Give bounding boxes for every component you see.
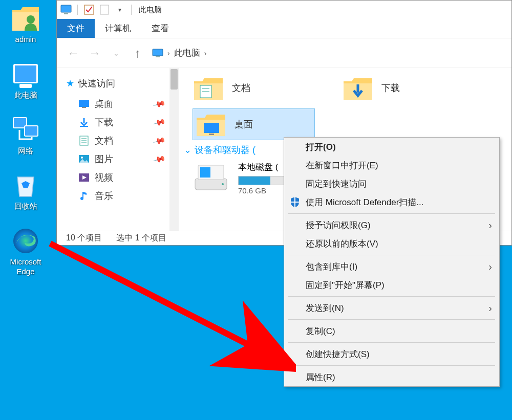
sidebar-item-videos[interactable]: 视频 (78, 168, 169, 187)
svg-rect-10 (79, 100, 89, 107)
titlebar[interactable]: ▾ 此电脑 (57, 1, 511, 19)
qat-checkbox-icon[interactable] (83, 4, 95, 16)
ctx-pin-quick-access[interactable]: 固定到快速访问 (284, 174, 499, 193)
sidebar-item-documents[interactable]: 文档📌 (78, 131, 169, 150)
qat-divider (77, 5, 78, 15)
ctx-separator (288, 296, 495, 297)
tab-file[interactable]: 文件 (57, 19, 95, 38)
documents-small-icon (78, 135, 90, 146)
submenu-arrow-icon: › (488, 219, 492, 231)
folder-documents[interactable]: 文档 (193, 75, 250, 101)
address-bar-row: ← → ⌄ ↑ › 此电脑 › (57, 38, 511, 68)
quick-access-header[interactable]: ★ 快速访问 (66, 77, 169, 90)
downloads-folder-icon (343, 75, 373, 101)
desktop-icon-network[interactable]: 网络 (3, 115, 48, 156)
qat-dropdown-icon[interactable]: ▾ (114, 4, 126, 16)
svg-point-18 (81, 157, 83, 159)
user-folder-icon (10, 3, 41, 33)
window-title: 此电脑 (139, 5, 162, 15)
videos-small-icon (78, 172, 90, 183)
breadcrumb[interactable]: › 此电脑 › (152, 47, 502, 59)
ctx-separator (288, 213, 495, 214)
folder-downloads[interactable]: 下载 (343, 75, 400, 101)
desktop-folder-icon (196, 112, 226, 137)
pin-icon: 📌 (153, 152, 166, 166)
ctx-open-new-window[interactable]: 在新窗口中打开(E) (284, 156, 499, 174)
status-selected-count: 选中 1 个项目 (116, 233, 166, 244)
ctx-separator (288, 342, 495, 343)
nav-back-button[interactable]: ← (66, 46, 80, 60)
qat-divider (131, 5, 132, 15)
scrollbar-track[interactable] (169, 68, 179, 231)
ctx-defender-scan[interactable]: 使用 Microsoft Defender扫描... (284, 193, 499, 211)
defender-icon (288, 195, 302, 209)
thispc-small-icon (60, 4, 72, 16)
desktop-icon-edge[interactable]: Microsoft Edge (3, 226, 48, 277)
nav-up-button[interactable]: ↑ (131, 46, 145, 60)
desktop-icon-label: admin (3, 35, 48, 45)
desktop-icon-label: 此电脑 (3, 91, 48, 100)
ctx-include-library[interactable]: 包含到库中(I)› (284, 257, 499, 276)
svg-point-20 (80, 197, 83, 200)
sidebar-item-desktop[interactable]: 桌面📌 (78, 95, 169, 113)
desktop-icon-label: 回收站 (3, 202, 48, 211)
svg-rect-11 (82, 107, 86, 108)
breadcrumb-item[interactable]: 此电脑 (174, 47, 200, 59)
svg-rect-4 (61, 5, 71, 12)
edge-icon (10, 226, 41, 255)
ctx-grant-access[interactable]: 授予访问权限(G)› (284, 216, 499, 234)
ctx-send-to[interactable]: 发送到(N)› (284, 299, 499, 317)
recycle-bin-icon (10, 170, 41, 200)
ctx-copy[interactable]: 复制(C) (284, 322, 499, 340)
scrollbar-thumb[interactable] (170, 69, 178, 90)
tab-computer[interactable]: 计算机 (95, 19, 141, 38)
ctx-restore-previous[interactable]: 还原以前的版本(V) (284, 234, 499, 253)
folder-desktop-selected[interactable]: 桌面 (193, 109, 314, 140)
chevron-right-icon: › (167, 49, 170, 57)
pictures-small-icon (78, 153, 90, 165)
drive-icon (193, 161, 229, 192)
annotation-arrow (45, 238, 296, 377)
chevron-right-icon: › (204, 49, 207, 57)
ctx-pin-start[interactable]: 固定到"开始"屏幕(P) (284, 276, 499, 294)
nav-forward-button[interactable]: → (88, 46, 102, 60)
ribbon-tabs: 文件 计算机 查看 (57, 19, 511, 38)
svg-rect-2 (25, 126, 38, 136)
pin-icon: 📌 (153, 97, 166, 110)
ctx-separator (288, 319, 495, 320)
ctx-separator (288, 255, 495, 255)
qat-blank-icon[interactable] (98, 4, 111, 16)
sidebar-item-downloads[interactable]: 下载📌 (78, 113, 169, 131)
submenu-arrow-icon: › (488, 261, 492, 273)
ctx-open[interactable]: 打开(O) (284, 138, 499, 156)
desktop-icon-recycle-bin[interactable]: 回收站 (3, 170, 48, 211)
desktop-icon-this-pc[interactable]: 此电脑 (3, 59, 48, 100)
desktop-small-icon (78, 98, 90, 109)
svg-rect-12 (80, 126, 88, 127)
tab-view[interactable]: 查看 (141, 19, 179, 38)
svg-line-32 (50, 244, 281, 361)
thispc-breadcrumb-icon (152, 49, 163, 58)
ctx-create-shortcut[interactable]: 创建快捷方式(S) (284, 345, 499, 363)
nav-pane: ★ 快速访问 桌面📌 下载📌 文档📌 图片📌 视频 (57, 68, 169, 231)
sidebar-item-pictures[interactable]: 图片📌 (78, 150, 169, 168)
svg-rect-7 (100, 5, 109, 14)
desktop-icon-admin[interactable]: admin (3, 3, 48, 45)
svg-rect-28 (200, 167, 210, 178)
desktop-icon-label: Microsoft Edge (3, 257, 48, 277)
context-menu: 打开(O) 在新窗口中打开(E) 固定到快速访问 使用 Microsoft De… (284, 137, 500, 387)
chevron-down-icon: ⌄ (184, 144, 191, 156)
svg-point-29 (222, 183, 224, 185)
pin-icon: 📌 (153, 116, 166, 129)
sidebar-item-music[interactable]: 音乐 (78, 187, 169, 205)
desktop-icon-label: 网络 (3, 146, 48, 156)
submenu-arrow-icon: › (488, 302, 492, 314)
ctx-properties[interactable]: 属性(R) (284, 368, 499, 386)
svg-rect-25 (209, 134, 214, 135)
documents-folder-icon (193, 75, 224, 101)
svg-rect-5 (64, 13, 68, 14)
network-icon (10, 115, 41, 144)
svg-rect-8 (153, 49, 163, 56)
desktop-icons: admin 此电脑 网络 回收站 Microsoft Edge (0, 0, 51, 291)
nav-history-dropdown[interactable]: ⌄ (109, 46, 123, 60)
